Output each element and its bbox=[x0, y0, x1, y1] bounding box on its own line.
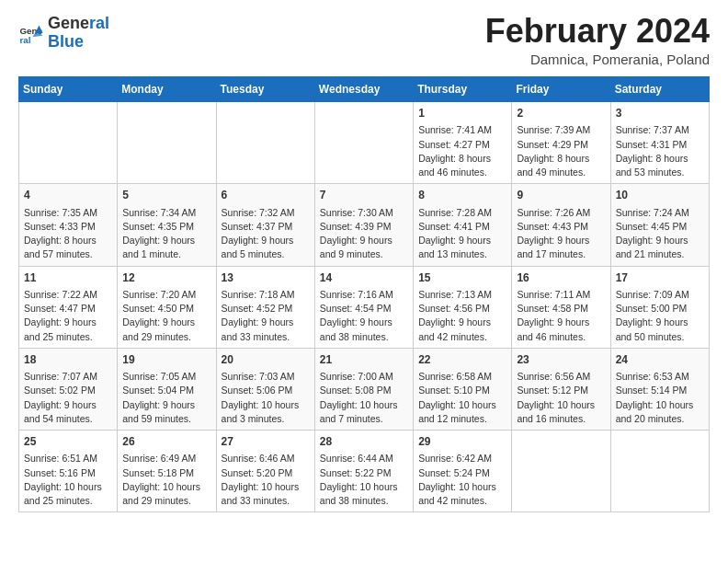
calendar-cell: 3Sunrise: 7:37 AMSunset: 4:31 PMDaylight… bbox=[610, 102, 709, 184]
cell-details: Sunrise: 7:07 AMSunset: 5:02 PMDaylight:… bbox=[24, 370, 112, 426]
day-number: 13 bbox=[222, 270, 310, 286]
calendar-cell: 29Sunrise: 6:42 AMSunset: 5:24 PMDayligh… bbox=[414, 431, 512, 512]
day-number: 12 bbox=[122, 270, 210, 286]
calendar-cell: 7Sunrise: 7:30 AMSunset: 4:39 PMDaylight… bbox=[314, 184, 413, 266]
calendar-week-2: 4Sunrise: 7:35 AMSunset: 4:33 PMDaylight… bbox=[19, 184, 710, 266]
calendar-cell: 15Sunrise: 7:13 AMSunset: 4:56 PMDayligh… bbox=[414, 266, 512, 348]
calendar-cell: 16Sunrise: 7:11 AMSunset: 4:58 PMDayligh… bbox=[512, 266, 610, 348]
cell-details: Sunrise: 7:09 AMSunset: 5:00 PMDaylight:… bbox=[616, 288, 704, 344]
calendar-cell: 2Sunrise: 7:39 AMSunset: 4:29 PMDaylight… bbox=[512, 102, 610, 184]
cell-details: Sunrise: 7:05 AMSunset: 5:04 PMDaylight:… bbox=[122, 370, 210, 426]
calendar-cell: 1Sunrise: 7:41 AMSunset: 4:27 PMDaylight… bbox=[414, 102, 512, 184]
cell-details: Sunrise: 7:16 AMSunset: 4:54 PMDaylight:… bbox=[320, 288, 408, 344]
cell-details: Sunrise: 6:56 AMSunset: 5:12 PMDaylight:… bbox=[517, 370, 605, 426]
calendar-week-1: 1Sunrise: 7:41 AMSunset: 4:27 PMDaylight… bbox=[19, 102, 710, 184]
col-header-wednesday: Wednesday bbox=[314, 77, 413, 102]
cell-details: Sunrise: 7:37 AMSunset: 4:31 PMDaylight:… bbox=[616, 123, 704, 179]
calendar-cell: 11Sunrise: 7:22 AMSunset: 4:47 PMDayligh… bbox=[19, 266, 118, 348]
cell-details: Sunrise: 6:58 AMSunset: 5:10 PMDaylight:… bbox=[418, 370, 506, 426]
calendar-cell: 23Sunrise: 6:56 AMSunset: 5:12 PMDayligh… bbox=[512, 348, 610, 430]
calendar-cell: 25Sunrise: 6:51 AMSunset: 5:16 PMDayligh… bbox=[19, 431, 118, 512]
day-number: 28 bbox=[320, 434, 408, 450]
day-number: 25 bbox=[24, 434, 112, 450]
cell-details: Sunrise: 7:13 AMSunset: 4:56 PMDaylight:… bbox=[418, 288, 506, 344]
day-number: 1 bbox=[418, 106, 506, 121]
calendar-cell bbox=[610, 431, 709, 512]
cell-details: Sunrise: 7:11 AMSunset: 4:58 PMDaylight:… bbox=[517, 288, 605, 344]
day-number: 10 bbox=[616, 188, 704, 203]
calendar-cell: 17Sunrise: 7:09 AMSunset: 5:00 PMDayligh… bbox=[610, 266, 709, 348]
calendar-cell: 26Sunrise: 6:49 AMSunset: 5:18 PMDayligh… bbox=[118, 431, 216, 512]
location-subtitle: Damnica, Pomerania, Poland bbox=[485, 52, 710, 67]
title-block: February 2024 Damnica, Pomerania, Poland bbox=[485, 15, 710, 67]
calendar-week-5: 25Sunrise: 6:51 AMSunset: 5:16 PMDayligh… bbox=[19, 431, 710, 512]
cell-details: Sunrise: 7:32 AMSunset: 4:37 PMDaylight:… bbox=[222, 206, 310, 262]
day-number: 27 bbox=[222, 434, 310, 450]
col-header-sunday: Sunday bbox=[19, 77, 118, 102]
day-number: 23 bbox=[517, 352, 605, 368]
calendar-cell bbox=[512, 431, 610, 512]
cell-details: Sunrise: 7:18 AMSunset: 4:52 PMDaylight:… bbox=[222, 288, 310, 344]
calendar-week-4: 18Sunrise: 7:07 AMSunset: 5:02 PMDayligh… bbox=[19, 348, 710, 430]
svg-text:ral: ral bbox=[19, 35, 30, 45]
day-number: 6 bbox=[222, 188, 310, 203]
cell-details: Sunrise: 7:28 AMSunset: 4:41 PMDaylight:… bbox=[418, 206, 506, 262]
cell-details: Sunrise: 7:20 AMSunset: 4:50 PMDaylight:… bbox=[122, 288, 210, 344]
day-number: 20 bbox=[222, 352, 310, 368]
month-title: February 2024 bbox=[485, 15, 710, 48]
cell-details: Sunrise: 6:51 AMSunset: 5:16 PMDaylight:… bbox=[24, 452, 112, 508]
calendar-cell: 4Sunrise: 7:35 AMSunset: 4:33 PMDaylight… bbox=[19, 184, 118, 266]
calendar-cell: 14Sunrise: 7:16 AMSunset: 4:54 PMDayligh… bbox=[314, 266, 413, 348]
col-header-tuesday: Tuesday bbox=[216, 77, 314, 102]
cell-details: Sunrise: 7:35 AMSunset: 4:33 PMDaylight:… bbox=[24, 206, 112, 262]
cell-details: Sunrise: 6:46 AMSunset: 5:20 PMDaylight:… bbox=[222, 452, 310, 508]
day-number: 18 bbox=[24, 352, 112, 368]
day-number: 4 bbox=[24, 188, 112, 203]
cell-details: Sunrise: 7:34 AMSunset: 4:35 PMDaylight:… bbox=[122, 206, 210, 262]
cell-details: Sunrise: 7:00 AMSunset: 5:08 PMDaylight:… bbox=[320, 370, 408, 426]
calendar-cell: 9Sunrise: 7:26 AMSunset: 4:43 PMDaylight… bbox=[512, 184, 610, 266]
day-number: 22 bbox=[418, 352, 506, 368]
col-header-friday: Friday bbox=[512, 77, 610, 102]
calendar-header: SundayMondayTuesdayWednesdayThursdayFrid… bbox=[19, 77, 710, 102]
logo-icon: Gene ral bbox=[18, 20, 44, 46]
day-number: 21 bbox=[320, 352, 408, 368]
calendar-cell: 19Sunrise: 7:05 AMSunset: 5:04 PMDayligh… bbox=[118, 348, 216, 430]
calendar-cell bbox=[118, 102, 216, 184]
col-header-monday: Monday bbox=[118, 77, 216, 102]
calendar-cell: 13Sunrise: 7:18 AMSunset: 4:52 PMDayligh… bbox=[216, 266, 314, 348]
calendar-cell: 24Sunrise: 6:53 AMSunset: 5:14 PMDayligh… bbox=[610, 348, 709, 430]
calendar-week-3: 11Sunrise: 7:22 AMSunset: 4:47 PMDayligh… bbox=[19, 266, 710, 348]
calendar-cell: 21Sunrise: 7:00 AMSunset: 5:08 PMDayligh… bbox=[314, 348, 413, 430]
cell-details: Sunrise: 7:22 AMSunset: 4:47 PMDaylight:… bbox=[24, 288, 112, 344]
calendar-cell: 10Sunrise: 7:24 AMSunset: 4:45 PMDayligh… bbox=[610, 184, 709, 266]
day-number: 7 bbox=[320, 188, 408, 203]
day-number: 11 bbox=[24, 270, 112, 286]
calendar-cell: 20Sunrise: 7:03 AMSunset: 5:06 PMDayligh… bbox=[216, 348, 314, 430]
cell-details: Sunrise: 7:24 AMSunset: 4:45 PMDaylight:… bbox=[616, 206, 704, 262]
cell-details: Sunrise: 6:44 AMSunset: 5:22 PMDaylight:… bbox=[320, 452, 408, 508]
calendar-cell: 8Sunrise: 7:28 AMSunset: 4:41 PMDaylight… bbox=[414, 184, 512, 266]
day-number: 29 bbox=[418, 434, 506, 450]
cell-details: Sunrise: 7:26 AMSunset: 4:43 PMDaylight:… bbox=[517, 206, 605, 262]
calendar-table: SundayMondayTuesdayWednesdayThursdayFrid… bbox=[18, 76, 710, 512]
calendar-cell bbox=[216, 102, 314, 184]
calendar-cell bbox=[19, 102, 118, 184]
calendar-cell bbox=[314, 102, 413, 184]
day-number: 5 bbox=[122, 188, 210, 203]
col-header-thursday: Thursday bbox=[414, 77, 512, 102]
cell-details: Sunrise: 6:49 AMSunset: 5:18 PMDaylight:… bbox=[122, 452, 210, 508]
calendar-cell: 22Sunrise: 6:58 AMSunset: 5:10 PMDayligh… bbox=[414, 348, 512, 430]
day-number: 9 bbox=[517, 188, 605, 203]
cell-details: Sunrise: 7:39 AMSunset: 4:29 PMDaylight:… bbox=[517, 123, 605, 179]
day-number: 16 bbox=[517, 270, 605, 286]
calendar-cell: 27Sunrise: 6:46 AMSunset: 5:20 PMDayligh… bbox=[216, 431, 314, 512]
day-number: 24 bbox=[616, 352, 704, 368]
calendar-cell: 28Sunrise: 6:44 AMSunset: 5:22 PMDayligh… bbox=[314, 431, 413, 512]
calendar-cell: 6Sunrise: 7:32 AMSunset: 4:37 PMDaylight… bbox=[216, 184, 314, 266]
day-number: 17 bbox=[616, 270, 704, 286]
cell-details: Sunrise: 7:03 AMSunset: 5:06 PMDaylight:… bbox=[222, 370, 310, 426]
day-number: 14 bbox=[320, 270, 408, 286]
calendar-cell: 5Sunrise: 7:34 AMSunset: 4:35 PMDaylight… bbox=[118, 184, 216, 266]
cell-details: Sunrise: 6:42 AMSunset: 5:24 PMDaylight:… bbox=[418, 452, 506, 508]
